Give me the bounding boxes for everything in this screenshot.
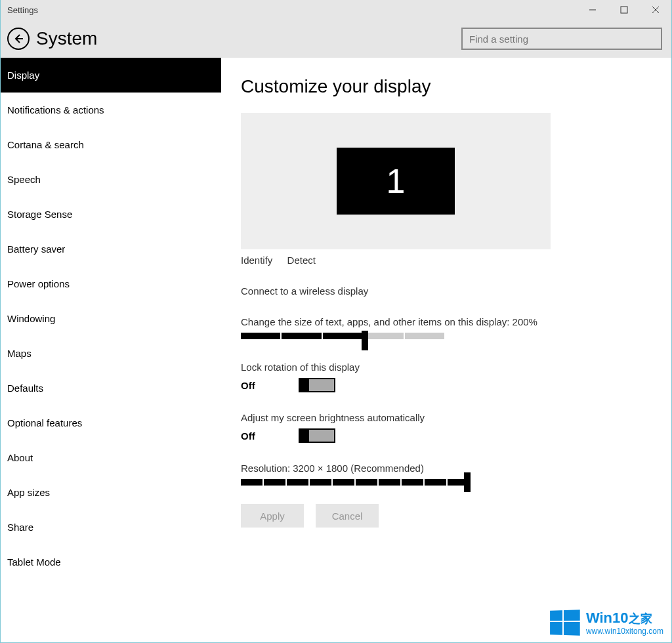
sidebar-item-label: App sizes <box>7 487 50 498</box>
sidebar-item-label: Power options <box>7 278 70 289</box>
watermark-line1b: 之家 <box>629 612 652 625</box>
lock-rotation-value: Off <box>241 380 299 391</box>
sidebar-item-about[interactable]: About <box>1 440 221 475</box>
sidebar-item-battery[interactable]: Battery saver <box>1 232 221 266</box>
header: System <box>1 20 671 58</box>
sidebar-item-label: Display <box>7 70 39 81</box>
window-controls <box>577 0 671 20</box>
scale-label: Change the size of text, apps, and other… <box>241 316 658 327</box>
monitor-preview[interactable]: 1 <box>241 113 551 249</box>
svg-rect-1 <box>621 7 627 13</box>
header-title: System <box>36 28 97 49</box>
sidebar-item-optional[interactable]: Optional features <box>1 405 221 440</box>
detect-link[interactable]: Detect <box>287 255 316 266</box>
maximize-button[interactable] <box>608 0 640 20</box>
sidebar-item-label: Maps <box>7 348 32 359</box>
sidebar-item-label: Battery saver <box>7 243 65 255</box>
page-title: Customize your display <box>241 76 658 97</box>
resolution-label: Resolution: 3200 × 1800 (Recommended) <box>241 463 658 474</box>
sidebar-item-label: Share <box>7 522 33 533</box>
sidebar-item-appsizes[interactable]: App sizes <box>1 475 221 510</box>
sidebar-item-maps[interactable]: Maps <box>1 336 221 371</box>
sidebar-item-label: Optional features <box>7 417 82 428</box>
sidebar-item-label: Tablet Mode <box>7 556 61 568</box>
identify-detect-row: Identify Detect <box>241 255 658 266</box>
lock-rotation-toggle-row: Off <box>241 378 658 392</box>
sidebar-item-cortana[interactable]: Cortana & search <box>1 127 221 162</box>
brightness-toggle-row: Off <box>241 428 658 443</box>
main-content: Customize your display 1 Identify Detect… <box>221 58 671 642</box>
cancel-button[interactable]: Cancel <box>316 504 379 528</box>
lock-rotation-label: Lock rotation of this display <box>241 362 658 373</box>
sidebar-item-storage[interactable]: Storage Sense <box>1 197 221 232</box>
sidebar-item-power[interactable]: Power options <box>1 266 221 301</box>
sidebar-item-notifications[interactable]: Notifications & actions <box>1 93 221 127</box>
sidebar-item-tablet[interactable]: Tablet Mode <box>1 545 221 579</box>
sidebar-item-display[interactable]: Display <box>1 58 221 93</box>
watermark: Win10之家 www.win10xitong.com <box>549 610 663 636</box>
sidebar-item-label: Speech <box>7 174 41 185</box>
identify-link[interactable]: Identify <box>241 255 272 266</box>
sidebar-item-label: Storage Sense <box>7 209 72 220</box>
search-input[interactable] <box>461 28 662 50</box>
window-title: Settings <box>7 5 38 15</box>
header-left: System <box>7 28 97 50</box>
sidebar-item-label: Defaults <box>7 383 43 394</box>
sidebar-item-windowing[interactable]: Windowing <box>1 301 221 336</box>
sidebar-item-label: Notifications & actions <box>7 104 104 115</box>
connect-wireless-link[interactable]: Connect to a wireless display <box>241 285 658 297</box>
lock-rotation-toggle[interactable] <box>299 378 335 392</box>
brightness-value: Off <box>241 430 299 442</box>
sidebar-item-label: Cortana & search <box>7 139 84 150</box>
watermark-line1a: Win10 <box>586 610 629 626</box>
sidebar-item-speech[interactable]: Speech <box>1 162 221 197</box>
brightness-toggle[interactable] <box>299 428 335 443</box>
minimize-button[interactable] <box>577 0 608 20</box>
watermark-text: Win10之家 www.win10xitong.com <box>586 610 663 636</box>
resolution-slider[interactable] <box>241 479 471 488</box>
scale-slider[interactable] <box>241 333 446 342</box>
action-row: Apply Cancel <box>241 504 658 528</box>
sidebar-item-defaults[interactable]: Defaults <box>1 371 221 405</box>
brightness-label: Adjust my screen brightness automaticall… <box>241 412 658 423</box>
close-button[interactable] <box>640 0 671 20</box>
watermark-line2: www.win10xitong.com <box>586 627 663 636</box>
titlebar: Settings <box>1 0 671 20</box>
monitor-thumbnail[interactable]: 1 <box>337 148 455 215</box>
sidebar-item-label: About <box>7 452 33 463</box>
windows-logo-icon <box>550 610 580 636</box>
monitor-number: 1 <box>387 161 406 201</box>
body: Display Notifications & actions Cortana … <box>1 58 671 642</box>
apply-button[interactable]: Apply <box>241 504 304 528</box>
sidebar-item-share[interactable]: Share <box>1 510 221 545</box>
sidebar-item-label: Windowing <box>7 313 55 324</box>
back-button[interactable] <box>7 28 30 50</box>
sidebar: Display Notifications & actions Cortana … <box>1 58 221 642</box>
